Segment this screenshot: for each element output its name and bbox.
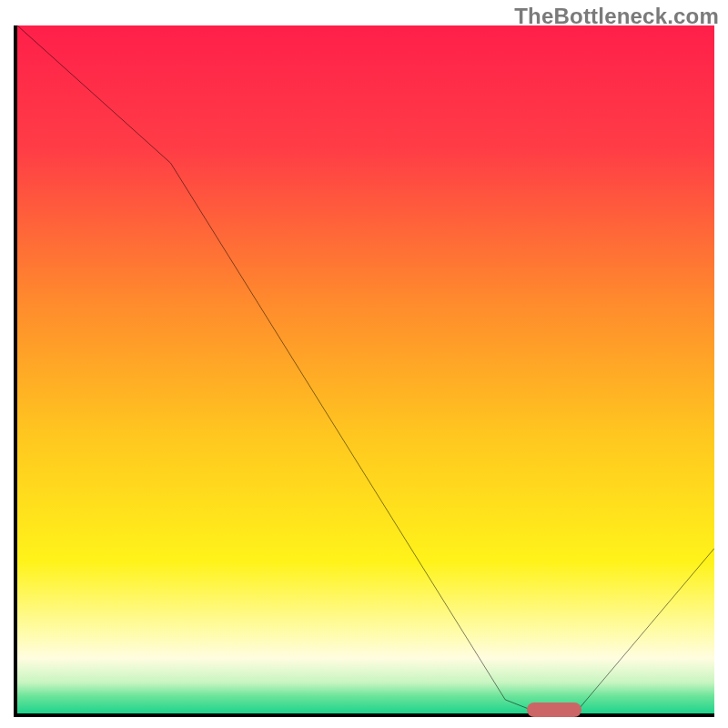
chart-stage: TheBottleneck.com — [0, 0, 728, 728]
chart-frame — [14, 25, 714, 717]
chart-curve — [17, 25, 714, 713]
optimal-marker — [527, 703, 581, 717]
